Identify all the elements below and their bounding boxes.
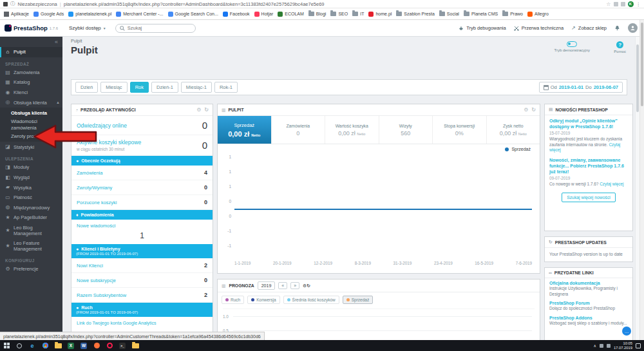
taskbar-firefox[interactable] — [90, 340, 103, 351]
extension-icon[interactable] — [621, 2, 625, 6]
action-center-icon[interactable] — [636, 343, 641, 348]
bookmark-item[interactable]: Allegro — [527, 12, 549, 17]
refresh-icon[interactable]: ↻ — [204, 107, 209, 113]
not-secure-icon[interactable]: ⓘ — [10, 1, 15, 7]
view-shop-button[interactable]: ↗ Zobacz sklep — [571, 25, 607, 31]
bookmark-item[interactable]: Google Ads — [33, 12, 64, 17]
legend-traffic[interactable]: Ruch — [222, 296, 244, 304]
scrollbar-thumb[interactable] — [641, 23, 643, 106]
sidebar-item-shipping[interactable]: ▰Wysyłka — [0, 182, 62, 193]
kpi-sales[interactable]: Sprzedaż 0,00 zł Netto — [218, 116, 272, 144]
pending-row[interactable]: Zwroty/Wymiany0 — [71, 180, 213, 195]
browser-scrollbar[interactable] — [639, 20, 644, 340]
sidebar-item-dashboard[interactable]: ⌂ Pulpit — [0, 47, 62, 57]
bookmark-item[interactable]: planetalazienek.pl — [68, 12, 111, 17]
sidebar-item-international[interactable]: ◍Międzynarodowy — [0, 202, 62, 213]
bookmark-folder[interactable]: SEO — [330, 12, 348, 16]
extension-icon[interactable] — [614, 2, 618, 6]
addons-link[interactable]: PrestaShop Addons — [549, 316, 628, 320]
gear-icon[interactable]: ⚙ — [196, 107, 201, 113]
chat-bubble-button[interactable]: … — [622, 327, 631, 336]
legend-conversion[interactable]: Konwersja — [247, 296, 279, 304]
more-news-button[interactable]: Szukaj więcej nowości — [562, 193, 616, 202]
bookmark-folder[interactable]: IT — [352, 12, 364, 16]
bookmark-folder[interactable]: Blogi — [308, 12, 327, 16]
bookmark-item[interactable]: Aplikacje — [4, 12, 29, 17]
sidebar-collapse-button[interactable]: « — [0, 37, 62, 47]
filter-day[interactable]: Dzień — [75, 82, 98, 93]
forum-link[interactable]: PrestaShop Forum — [549, 301, 628, 305]
taskbar-word[interactable]: W — [77, 340, 90, 351]
taskbar-terminal[interactable]: >_ — [116, 340, 129, 351]
filter-month[interactable]: Miesiąc — [100, 82, 127, 93]
bookmark-folder[interactable]: Planeta CMS — [464, 12, 498, 16]
filter-day-1[interactable]: Dzień-1 — [151, 82, 178, 93]
bookmark-folder[interactable]: Prawo — [502, 12, 523, 16]
doc-link[interactable]: Oficjalna dokumentacja — [549, 281, 628, 285]
url-text[interactable]: planetalazienek.pl/admin351q8qifx/index.… — [64, 1, 325, 7]
filter-year-1[interactable]: Rok-1 — [214, 82, 238, 93]
taskbar-opera[interactable] — [103, 340, 116, 351]
customers-row[interactable]: Nowi Klienci2 — [71, 258, 213, 273]
search-input[interactable] — [128, 25, 185, 31]
sidebar-item-customer-service[interactable]: ◎Obsługa klienta▲ — [0, 97, 62, 108]
browser-address-bar[interactable]: ⓘ Niezabezpieczona | planetalazienek.pl/… — [0, 0, 644, 8]
bookmark-folder[interactable]: Szablon Presta — [396, 12, 434, 16]
bookmark-item[interactable]: Facebook — [223, 12, 250, 17]
taskbar-edge[interactable]: e — [26, 340, 39, 351]
page-scrollbar[interactable] — [635, 37, 639, 340]
year-selector[interactable]: 2019 — [258, 281, 276, 290]
prev-year-button[interactable]: « — [278, 282, 287, 289]
tray-icon[interactable] — [607, 344, 611, 348]
refresh-icon[interactable]: ↻ — [307, 283, 310, 288]
debug-mode-button[interactable]: Tryb debugowania — [459, 25, 506, 31]
submenu-item-customer-service[interactable]: Obsługa klienta — [0, 109, 62, 117]
google-analytics-link[interactable]: Link do Twojego konta Google Analytics — [71, 317, 213, 329]
bookmark-item[interactable]: home.pl — [368, 12, 392, 17]
demo-mode-toggle[interactable]: Tryb demonstracyjny — [554, 41, 590, 52]
pending-row[interactable]: Zamówienia4 — [71, 166, 213, 180]
gear-icon[interactable]: ⚙ — [524, 107, 528, 113]
tray-icon[interactable] — [600, 344, 603, 348]
legend-sales[interactable]: Sprzedaż — [343, 296, 373, 304]
filter-year[interactable]: Rok — [130, 82, 149, 93]
sidebar-item-orders[interactable]: ▤Zamówienia — [0, 68, 62, 78]
kpi-net-profit[interactable]: Zysk netto 0,00 zł Netto — [487, 116, 540, 144]
bookmark-item[interactable]: Google Search Con... — [168, 12, 218, 17]
news-link[interactable]: Odkryj moduł „Opinie klientów” dostępny … — [549, 118, 628, 129]
sidebar-item-design[interactable]: ◧Wygląd — [0, 173, 62, 183]
sidebar-item-payment[interactable]: ▭Płatność — [0, 193, 62, 203]
sidebar-item-preferences[interactable]: ⚙Preferencje — [0, 264, 62, 274]
kpi-orders[interactable]: Zamówienia 0 — [272, 116, 326, 144]
admin-search[interactable] — [115, 24, 196, 33]
bookmark-star-icon[interactable]: ☆ — [606, 1, 611, 7]
taskbar-folder[interactable] — [129, 340, 142, 351]
chart-legend[interactable]: Sprzedaż — [505, 147, 531, 151]
next-year-button[interactable]: » — [290, 282, 299, 289]
bookmark-folder[interactable]: Social — [439, 12, 459, 16]
sidebar-item-leo-blog[interactable]: ★Leo Blog Management — [0, 223, 62, 238]
sidebar-item-catalog[interactable]: ▦Katalog — [0, 77, 62, 88]
taskbar-clock[interactable]: 10:05 17.07.2019 — [614, 341, 632, 350]
pending-row[interactable]: Porzucone koszyki0 — [71, 195, 213, 210]
refresh-icon[interactable]: ↻ — [531, 107, 536, 113]
prestashop-logo[interactable]: PrestaShop 1.7.6 — [0, 24, 62, 32]
sidebar-item-ap-pagebuilder[interactable]: ★Ap PageBuilder — [0, 213, 62, 223]
sidebar-item-customers[interactable]: ◉Klienci — [0, 88, 62, 98]
maintenance-button[interactable]: Przerwa techniczna — [514, 25, 564, 31]
taskbar-file-explorer[interactable] — [52, 340, 64, 351]
bookmark-item[interactable]: Hotjar — [254, 12, 274, 17]
taskbar-search-button[interactable] — [13, 340, 26, 351]
start-button[interactable] — [0, 340, 13, 351]
employee-avatar[interactable] — [628, 23, 638, 33]
legend-avg-cart[interactable]: Średnia ilość koszyków — [283, 296, 339, 304]
news-link[interactable]: Nowości, zmiany, zaawansowane funkcje...… — [549, 157, 628, 175]
chevron-up-icon[interactable]: ∧ — [594, 343, 596, 348]
filter-month-1[interactable]: Miesiąc-1 — [181, 82, 212, 93]
bookmark-item[interactable]: Merchant Center -... — [116, 12, 163, 17]
quick-access-dropdown[interactable]: Szybki dostęp ▼ — [69, 25, 106, 31]
sidebar-item-modules[interactable]: ◨Moduły — [0, 162, 62, 173]
browser-menu-icon[interactable]: ⋮ — [636, 1, 641, 7]
kpi-visits[interactable]: Wizyty 560 — [379, 116, 433, 144]
browser-profile-avatar[interactable]: K — [628, 1, 634, 7]
